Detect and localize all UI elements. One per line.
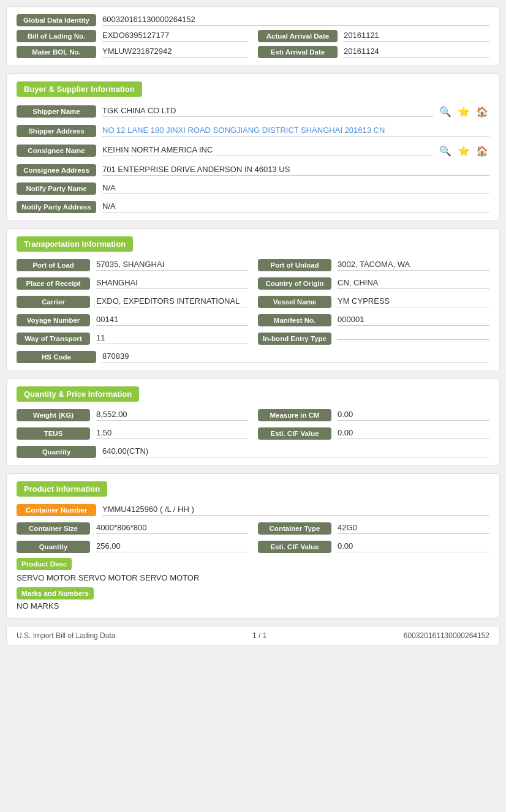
container-number-label: Container Number xyxy=(17,504,96,516)
buyer-supplier-section-title: Buyer & Supplier Information xyxy=(17,81,142,97)
consignee-star-icon[interactable]: ⭐ xyxy=(456,143,471,158)
consignee-address-value: 701 ENTERPRISE DRIVE ANDERSON IN 46013 U… xyxy=(102,165,489,176)
measure-value: 0.00 xyxy=(338,410,489,421)
marks-value: NO MARKS xyxy=(17,601,489,611)
port-load-label: Port of Load xyxy=(17,259,90,271)
carrier-value: EXDO, EXPEDITORS INTERNATIONAL xyxy=(96,296,248,307)
bol-value: EXDO6395127177 xyxy=(102,31,248,42)
place-receipt-label: Place of Receipt xyxy=(17,277,90,290)
product-section-title: Product Information xyxy=(17,481,107,497)
notify-party-address-label: Notify Party Address xyxy=(17,201,96,213)
container-type-value: 42G0 xyxy=(338,523,489,534)
notify-party-name-value: N/A xyxy=(102,183,489,194)
footer-center: 1 / 1 xyxy=(252,631,266,640)
port-unload-value: 3002, TACOMA, WA xyxy=(338,260,489,271)
notify-party-name-label: Notify Party Name xyxy=(17,182,96,195)
product-quantity-label: Quantity xyxy=(17,541,90,553)
port-load-value: 57035, SHANGHAI xyxy=(96,260,248,271)
consignee-name-label: Consignee Name xyxy=(17,145,96,157)
global-data-label: Global Data Identity xyxy=(17,14,96,26)
shipper-star-icon[interactable]: ⭐ xyxy=(456,104,471,119)
inbond-value xyxy=(338,338,489,340)
page-footer: U.S. Import Bill of Lading Data 1 / 1 60… xyxy=(6,626,500,645)
vessel-name-label: Vessel Name xyxy=(258,296,331,308)
measure-label: Measure in CM xyxy=(258,409,331,421)
voyage-label: Voyage Number xyxy=(17,314,90,326)
actual-arrival-label: Actual Arrival Date xyxy=(258,30,338,42)
container-type-label: Container Type xyxy=(258,522,331,535)
master-bol-value: YMLUW231672942 xyxy=(102,47,248,58)
bol-label: Bill of Lading No. xyxy=(17,30,96,42)
vessel-name-value: YM CYPRESS xyxy=(338,296,489,307)
qty-quantity-label: Quantity xyxy=(17,446,96,458)
container-number-value: YMMU4125960 ( /L / HH ) xyxy=(102,505,489,516)
product-esti-cif-value: 0.00 xyxy=(338,541,489,552)
consignee-search-icon[interactable]: 🔍 xyxy=(438,143,453,158)
product-quantity-value: 256.00 xyxy=(96,541,248,552)
teus-label: TEUS xyxy=(17,427,90,440)
place-receipt-value: SHANGHAI xyxy=(96,278,248,289)
weight-label: Weight (KG) xyxy=(17,409,90,421)
container-size-label: Container Size xyxy=(17,522,90,535)
master-bol-label: Mater BOL No. xyxy=(17,46,96,58)
notify-party-address-value: N/A xyxy=(102,201,489,212)
product-desc-value: SERVO MOTOR SERVO MOTOR SERVO MOTOR xyxy=(17,573,489,582)
global-data-value: 600320161130000264152 xyxy=(102,15,489,26)
manifest-value: 000001 xyxy=(338,315,489,326)
footer-right: 600320161130000264152 xyxy=(404,631,489,640)
footer-left: U.S. Import Bill of Lading Data xyxy=(17,631,115,640)
port-unload-label: Port of Unload xyxy=(258,259,331,271)
shipper-name-value: TGK CHINA CO LTD xyxy=(102,106,433,117)
marks-label: Marks and Numbers xyxy=(17,587,94,600)
shipper-home-icon[interactable]: 🏠 xyxy=(475,104,489,119)
carrier-label: Carrier xyxy=(17,296,90,308)
esti-arrival-value: 20161124 xyxy=(344,47,489,58)
shipper-name-label: Shipper Name xyxy=(17,105,96,118)
country-origin-value: CN, CHINA xyxy=(338,278,489,289)
inbond-label: In-bond Entry Type xyxy=(258,333,331,345)
esti-arrival-label: Esti Arrival Date xyxy=(258,46,338,58)
actual-arrival-value: 20161121 xyxy=(344,31,489,42)
way-transport-label: Way of Transport xyxy=(17,333,90,345)
consignee-home-icon[interactable]: 🏠 xyxy=(475,143,489,158)
weight-value: 8,552.00 xyxy=(96,410,248,421)
manifest-label: Manifest No. xyxy=(258,314,331,326)
qty-quantity-value: 640.00(CTN) xyxy=(102,446,489,457)
voyage-value: 00141 xyxy=(96,315,248,326)
way-transport-value: 11 xyxy=(96,333,248,344)
hs-code-label: HS Code xyxy=(17,351,96,363)
shipper-search-icon[interactable]: 🔍 xyxy=(438,104,453,119)
consignee-address-label: Consignee Address xyxy=(17,164,96,176)
hs-code-value: 870839 xyxy=(102,351,489,363)
qty-price-section-title: Quantity & Price Information xyxy=(17,386,139,402)
qty-esti-cif-label: Esti. CIF Value xyxy=(258,427,331,440)
product-desc-label: Product Desc xyxy=(17,558,72,570)
shipper-address-label: Shipper Address xyxy=(17,125,96,137)
container-size-value: 4000*806*800 xyxy=(96,523,248,534)
country-origin-label: Country of Origin xyxy=(258,277,331,290)
shipper-address-value: NO 12 LANE 180 JINXI ROAD SONGJIANG DIST… xyxy=(102,126,489,137)
consignee-name-value: KEIHIN NORTH AMERICA INC xyxy=(102,145,433,156)
transportation-section-title: Transportation Information xyxy=(17,236,133,252)
qty-esti-cif-value: 0.00 xyxy=(338,428,489,439)
teus-value: 1.50 xyxy=(96,428,248,439)
product-esti-cif-label: Esti. CIF Value xyxy=(258,541,331,553)
